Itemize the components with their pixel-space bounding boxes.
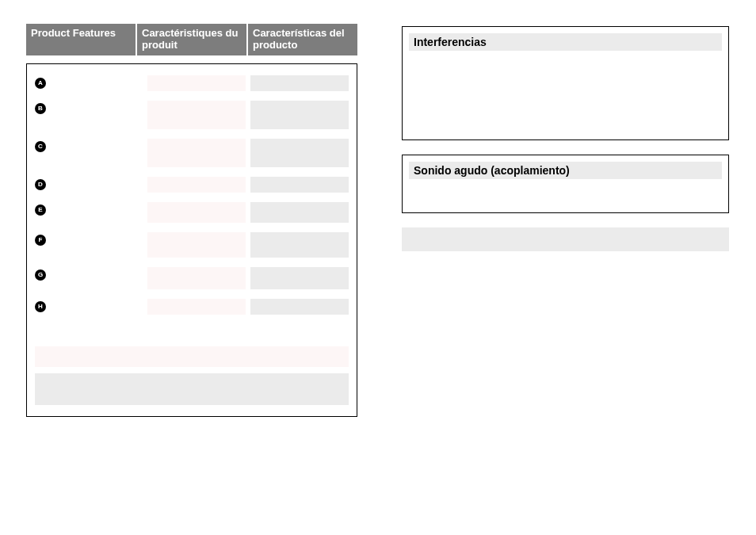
feature-es: [250, 299, 349, 315]
feature-en: [52, 139, 143, 167]
section-body-sonido-agudo: [409, 179, 722, 203]
section-body-interferencias: [409, 51, 722, 130]
feature-fr: [147, 232, 246, 258]
bullet-h: H: [35, 301, 46, 312]
feature-en: [52, 232, 143, 258]
tab-es: Características del producto: [248, 24, 357, 55]
feature-row-f: F: [35, 232, 349, 258]
section-title-interferencias: Interferencias: [409, 33, 722, 51]
feature-en: [52, 299, 143, 315]
feature-fr: [147, 202, 246, 223]
feature-en: [52, 177, 143, 193]
product-features-panel: Product Features Caractéristiques du pro…: [26, 24, 357, 417]
notes-block: [35, 346, 349, 405]
feature-es: [250, 139, 349, 167]
feature-en: [52, 202, 143, 223]
feature-fr: [147, 299, 246, 315]
feature-fr: [147, 267, 246, 289]
feature-row-g: G: [35, 267, 349, 289]
feature-es: [250, 267, 349, 289]
feature-en: [52, 267, 143, 289]
feature-fr: [147, 101, 246, 129]
bullet-e: E: [35, 204, 46, 216]
tab-fr: Caractéristiques du produit: [137, 24, 246, 55]
feature-fr: [147, 139, 246, 167]
feature-row-a: A: [35, 75, 349, 91]
note-es: [35, 373, 349, 405]
bullet-g: G: [35, 269, 46, 281]
bullet-a: A: [35, 78, 46, 89]
feature-row-d: D: [35, 177, 349, 193]
feature-es: [250, 101, 349, 129]
feature-row-h: H: [35, 299, 349, 315]
feature-fr: [147, 177, 246, 193]
section-interferencias: Interferencias: [402, 26, 729, 140]
gray-paragraph: [402, 227, 729, 251]
bullet-b: B: [35, 103, 46, 114]
section-title-sonido-agudo: Sonido agudo (acoplamiento): [409, 162, 722, 179]
tabs-row: Product Features Caractéristiques du pro…: [26, 24, 357, 55]
features-box: ABCDEFGH: [26, 63, 357, 417]
feature-es: [250, 202, 349, 223]
feature-fr: [147, 75, 246, 91]
feature-en: [52, 75, 143, 91]
feature-en: [52, 101, 143, 129]
section-sonido-agudo: Sonido agudo (acoplamiento): [402, 155, 729, 213]
bullet-f: F: [35, 235, 46, 246]
feature-es: [250, 232, 349, 258]
feature-es: [250, 75, 349, 91]
feature-row-b: B: [35, 101, 349, 129]
feature-es: [250, 177, 349, 193]
bullet-c: C: [35, 141, 46, 152]
feature-row-c: C: [35, 139, 349, 167]
feature-row-e: E: [35, 202, 349, 223]
tab-en: Product Features: [26, 24, 136, 55]
right-panel: Interferencias Sonido agudo (acoplamient…: [402, 26, 729, 251]
note-fr: [35, 346, 349, 367]
bullet-d: D: [35, 179, 46, 190]
